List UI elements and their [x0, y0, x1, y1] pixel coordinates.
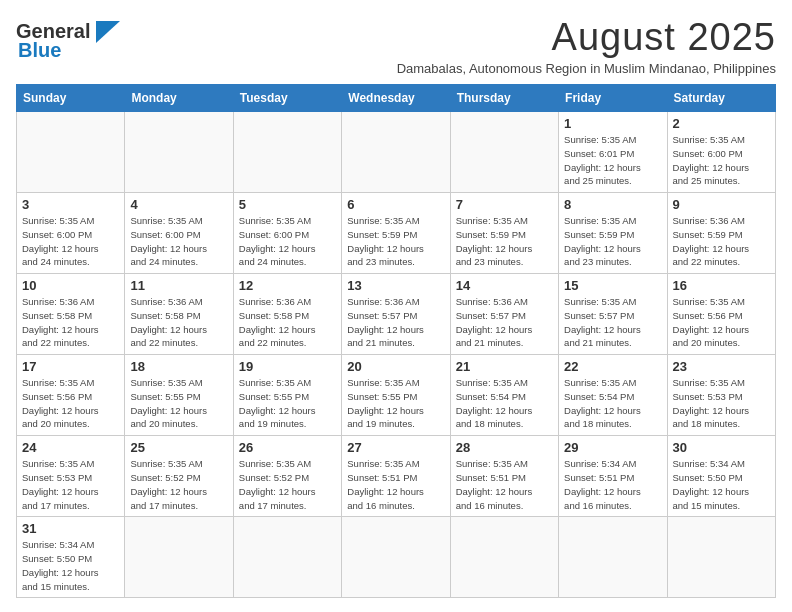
weekday-header-wednesday: Wednesday	[342, 85, 450, 112]
day-number: 8	[564, 197, 661, 212]
calendar-cell: 2Sunrise: 5:35 AM Sunset: 6:00 PM Daylig…	[667, 112, 775, 193]
day-number: 19	[239, 359, 336, 374]
calendar-cell: 22Sunrise: 5:35 AM Sunset: 5:54 PM Dayli…	[559, 355, 667, 436]
calendar-cell: 5Sunrise: 5:35 AM Sunset: 6:00 PM Daylig…	[233, 193, 341, 274]
calendar-cell	[125, 112, 233, 193]
calendar-cell: 21Sunrise: 5:35 AM Sunset: 5:54 PM Dayli…	[450, 355, 558, 436]
calendar-table: SundayMondayTuesdayWednesdayThursdayFrid…	[16, 84, 776, 598]
calendar-cell	[17, 112, 125, 193]
calendar-week-row: 24Sunrise: 5:35 AM Sunset: 5:53 PM Dayli…	[17, 436, 776, 517]
day-info: Sunrise: 5:35 AM Sunset: 5:56 PM Dayligh…	[673, 295, 770, 350]
calendar-cell: 10Sunrise: 5:36 AM Sunset: 5:58 PM Dayli…	[17, 274, 125, 355]
calendar-cell: 19Sunrise: 5:35 AM Sunset: 5:55 PM Dayli…	[233, 355, 341, 436]
weekday-header-thursday: Thursday	[450, 85, 558, 112]
day-info: Sunrise: 5:36 AM Sunset: 5:57 PM Dayligh…	[456, 295, 553, 350]
day-info: Sunrise: 5:35 AM Sunset: 5:55 PM Dayligh…	[347, 376, 444, 431]
calendar-cell: 12Sunrise: 5:36 AM Sunset: 5:58 PM Dayli…	[233, 274, 341, 355]
calendar-week-row: 1Sunrise: 5:35 AM Sunset: 6:01 PM Daylig…	[17, 112, 776, 193]
day-info: Sunrise: 5:35 AM Sunset: 5:56 PM Dayligh…	[22, 376, 119, 431]
day-number: 28	[456, 440, 553, 455]
calendar-cell: 28Sunrise: 5:35 AM Sunset: 5:51 PM Dayli…	[450, 436, 558, 517]
weekday-header-monday: Monday	[125, 85, 233, 112]
weekday-header-tuesday: Tuesday	[233, 85, 341, 112]
day-number: 5	[239, 197, 336, 212]
day-info: Sunrise: 5:35 AM Sunset: 5:51 PM Dayligh…	[347, 457, 444, 512]
day-number: 11	[130, 278, 227, 293]
day-number: 23	[673, 359, 770, 374]
calendar-cell	[125, 517, 233, 598]
day-number: 9	[673, 197, 770, 212]
day-number: 16	[673, 278, 770, 293]
calendar-cell: 24Sunrise: 5:35 AM Sunset: 5:53 PM Dayli…	[17, 436, 125, 517]
calendar-header-row: SundayMondayTuesdayWednesdayThursdayFrid…	[17, 85, 776, 112]
weekday-header-saturday: Saturday	[667, 85, 775, 112]
weekday-header-sunday: Sunday	[17, 85, 125, 112]
day-info: Sunrise: 5:36 AM Sunset: 5:58 PM Dayligh…	[130, 295, 227, 350]
day-number: 22	[564, 359, 661, 374]
calendar-week-row: 10Sunrise: 5:36 AM Sunset: 5:58 PM Dayli…	[17, 274, 776, 355]
day-number: 3	[22, 197, 119, 212]
day-number: 4	[130, 197, 227, 212]
day-info: Sunrise: 5:35 AM Sunset: 6:00 PM Dayligh…	[130, 214, 227, 269]
weekday-header-friday: Friday	[559, 85, 667, 112]
day-number: 6	[347, 197, 444, 212]
page-title: August 2025	[140, 16, 776, 59]
day-number: 14	[456, 278, 553, 293]
calendar-cell: 31Sunrise: 5:34 AM Sunset: 5:50 PM Dayli…	[17, 517, 125, 598]
calendar-week-row: 31Sunrise: 5:34 AM Sunset: 5:50 PM Dayli…	[17, 517, 776, 598]
calendar-cell: 23Sunrise: 5:35 AM Sunset: 5:53 PM Dayli…	[667, 355, 775, 436]
day-number: 18	[130, 359, 227, 374]
day-info: Sunrise: 5:34 AM Sunset: 5:50 PM Dayligh…	[22, 538, 119, 593]
day-info: Sunrise: 5:35 AM Sunset: 5:52 PM Dayligh…	[239, 457, 336, 512]
calendar-cell: 7Sunrise: 5:35 AM Sunset: 5:59 PM Daylig…	[450, 193, 558, 274]
calendar-cell	[342, 112, 450, 193]
calendar-cell: 1Sunrise: 5:35 AM Sunset: 6:01 PM Daylig…	[559, 112, 667, 193]
day-info: Sunrise: 5:35 AM Sunset: 6:01 PM Dayligh…	[564, 133, 661, 188]
calendar-cell: 4Sunrise: 5:35 AM Sunset: 6:00 PM Daylig…	[125, 193, 233, 274]
calendar-cell: 16Sunrise: 5:35 AM Sunset: 5:56 PM Dayli…	[667, 274, 775, 355]
day-info: Sunrise: 5:35 AM Sunset: 5:54 PM Dayligh…	[564, 376, 661, 431]
calendar-cell	[559, 517, 667, 598]
day-number: 2	[673, 116, 770, 131]
day-info: Sunrise: 5:35 AM Sunset: 5:59 PM Dayligh…	[347, 214, 444, 269]
calendar-cell	[233, 517, 341, 598]
calendar-cell: 15Sunrise: 5:35 AM Sunset: 5:57 PM Dayli…	[559, 274, 667, 355]
day-info: Sunrise: 5:35 AM Sunset: 5:55 PM Dayligh…	[239, 376, 336, 431]
day-info: Sunrise: 5:35 AM Sunset: 5:55 PM Dayligh…	[130, 376, 227, 431]
day-number: 17	[22, 359, 119, 374]
calendar-cell: 6Sunrise: 5:35 AM Sunset: 5:59 PM Daylig…	[342, 193, 450, 274]
day-info: Sunrise: 5:35 AM Sunset: 5:59 PM Dayligh…	[456, 214, 553, 269]
calendar-cell: 26Sunrise: 5:35 AM Sunset: 5:52 PM Dayli…	[233, 436, 341, 517]
logo-text-blue: Blue	[18, 39, 61, 62]
svg-marker-0	[96, 21, 120, 43]
day-info: Sunrise: 5:35 AM Sunset: 6:00 PM Dayligh…	[673, 133, 770, 188]
day-number: 15	[564, 278, 661, 293]
calendar-cell: 13Sunrise: 5:36 AM Sunset: 5:57 PM Dayli…	[342, 274, 450, 355]
day-number: 25	[130, 440, 227, 455]
day-info: Sunrise: 5:36 AM Sunset: 5:58 PM Dayligh…	[239, 295, 336, 350]
day-info: Sunrise: 5:35 AM Sunset: 5:57 PM Dayligh…	[564, 295, 661, 350]
calendar-cell: 17Sunrise: 5:35 AM Sunset: 5:56 PM Dayli…	[17, 355, 125, 436]
day-info: Sunrise: 5:34 AM Sunset: 5:50 PM Dayligh…	[673, 457, 770, 512]
calendar-cell: 20Sunrise: 5:35 AM Sunset: 5:55 PM Dayli…	[342, 355, 450, 436]
day-number: 13	[347, 278, 444, 293]
calendar-cell: 30Sunrise: 5:34 AM Sunset: 5:50 PM Dayli…	[667, 436, 775, 517]
title-area: August 2025 Damabalas, Autonomous Region…	[120, 16, 776, 76]
day-number: 20	[347, 359, 444, 374]
day-number: 1	[564, 116, 661, 131]
day-number: 30	[673, 440, 770, 455]
calendar-week-row: 17Sunrise: 5:35 AM Sunset: 5:56 PM Dayli…	[17, 355, 776, 436]
day-info: Sunrise: 5:36 AM Sunset: 5:59 PM Dayligh…	[673, 214, 770, 269]
calendar-cell: 29Sunrise: 5:34 AM Sunset: 5:51 PM Dayli…	[559, 436, 667, 517]
day-info: Sunrise: 5:35 AM Sunset: 5:53 PM Dayligh…	[673, 376, 770, 431]
calendar-cell: 25Sunrise: 5:35 AM Sunset: 5:52 PM Dayli…	[125, 436, 233, 517]
page-header: General Blue August 2025 Damabalas, Auto…	[16, 16, 776, 76]
day-number: 31	[22, 521, 119, 536]
calendar-cell: 27Sunrise: 5:35 AM Sunset: 5:51 PM Dayli…	[342, 436, 450, 517]
day-info: Sunrise: 5:36 AM Sunset: 5:58 PM Dayligh…	[22, 295, 119, 350]
day-info: Sunrise: 5:35 AM Sunset: 5:59 PM Dayligh…	[564, 214, 661, 269]
calendar-cell: 14Sunrise: 5:36 AM Sunset: 5:57 PM Dayli…	[450, 274, 558, 355]
logo-blue-icon	[92, 21, 120, 43]
day-info: Sunrise: 5:35 AM Sunset: 5:53 PM Dayligh…	[22, 457, 119, 512]
calendar-cell	[667, 517, 775, 598]
